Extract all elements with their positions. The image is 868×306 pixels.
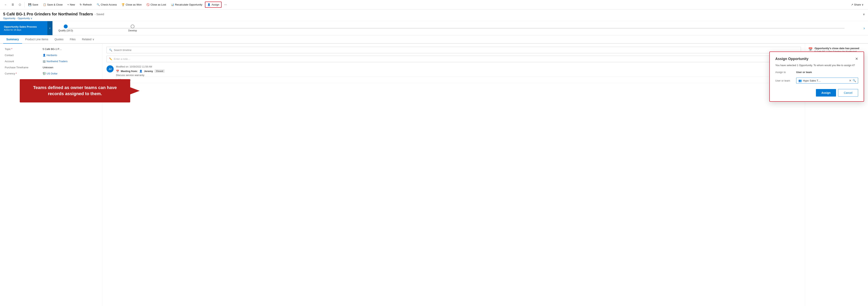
team-icon: 👥: [798, 79, 802, 82]
breadcrumb-opportunity-1[interactable]: Opportunity: [3, 17, 16, 20]
open-icon-button[interactable]: ⬡: [17, 2, 23, 7]
saved-badge: - Saved: [95, 12, 104, 16]
purchase-timeframe-label: Purchase Timeframe: [5, 66, 40, 69]
stage-nav-right[interactable]: ›: [860, 21, 868, 35]
close-icon: ✕: [855, 57, 858, 61]
breadcrumb: Opportunity · Opportunity ∨: [3, 17, 865, 20]
closed-badge: Closed: [155, 69, 165, 73]
modal-close-button[interactable]: ✕: [855, 57, 858, 61]
close-won-icon: 🏆: [122, 3, 125, 6]
form-row-account: Account 🏢 Northwind Traders: [5, 60, 98, 63]
currency-value[interactable]: 💱 US Dollar: [42, 72, 58, 75]
recalculate-button[interactable]: 📊 Recalculate Opportunity: [169, 2, 205, 7]
stage-label-develop: Develop: [128, 29, 137, 32]
timeline-title: 📅 Meeting from: 👤 Jeremy Closed 👤 📋 📝 🗑: [116, 69, 801, 73]
contact-label: Contact: [5, 54, 40, 57]
search-icon: 🔍: [109, 49, 112, 52]
page-title: 5 Café BG-1 Pro Grinders for Northwind T…: [3, 12, 93, 17]
save-button[interactable]: 💾 Save: [26, 2, 40, 7]
user-team-input[interactable]: 👥 Hypo Sales T… ✕ 🔍: [796, 78, 858, 84]
callout-text: Teams defined as owner teams can have re…: [33, 85, 117, 96]
breadcrumb-chevron[interactable]: ∨: [31, 17, 32, 20]
modal-cancel-button[interactable]: Cancel: [838, 89, 858, 96]
close-lost-button[interactable]: 🚫 Close as Lost: [145, 2, 168, 7]
more-icon: ⋯: [224, 3, 227, 6]
close-won-button[interactable]: 🏆 Close as Won: [120, 2, 144, 7]
view-more[interactable]: View more ∨: [116, 77, 801, 83]
meeting-label: Meeting from:: [121, 70, 138, 73]
note-input-container[interactable]: ✏️ Enter a note…: [106, 56, 801, 62]
search-timeline-input[interactable]: [114, 49, 798, 52]
collapse-button[interactable]: ∨: [863, 12, 865, 16]
modal-header: Assign Opportunity ✕: [775, 57, 858, 61]
tab-related[interactable]: Related ∨: [79, 35, 97, 44]
tab-quotes[interactable]: Quotes: [52, 35, 67, 44]
account-value[interactable]: 🏢 Northwind Traders: [42, 60, 67, 63]
callout-box: Teams defined as owner teams can have re…: [20, 79, 130, 103]
assign-modal: Assign Opportunity ✕ You have selected 1…: [769, 52, 864, 102]
stage-label-box: Opportunity Sales Process Active for 18 …: [0, 21, 48, 35]
related-chevron-icon: ∨: [92, 38, 94, 41]
breadcrumb-opportunity-2[interactable]: Opportunity: [18, 17, 30, 20]
main-content: Topic * 5 Café BG-1 P… Contact 👤 Heriber…: [0, 44, 868, 306]
contact-value[interactable]: 👤 Heriberto: [42, 54, 57, 57]
tab-summary[interactable]: Summary: [3, 35, 22, 44]
close-lost-icon: 🚫: [146, 3, 150, 6]
check-access-button[interactable]: 🔍 Check Access: [95, 2, 119, 7]
stage-active-days: Active for 18 days: [4, 29, 43, 31]
recalculate-icon: 📊: [171, 3, 174, 6]
timeline-content: Modified on: 10/30/2022 11:58 AM 📅 Meeti…: [116, 65, 801, 83]
stage-dot-develop: [131, 25, 134, 28]
currency-icon: 💱: [42, 72, 46, 75]
stage-bar: Opportunity Sales Process Active for 18 …: [0, 21, 868, 35]
modal-buttons: Assign Cancel: [775, 89, 858, 96]
save-close-icon: 📋: [43, 3, 46, 6]
stage-nav-left[interactable]: ‹: [48, 21, 53, 35]
refresh-button[interactable]: ↻ Refresh: [78, 2, 94, 7]
back-icon: ←: [4, 3, 7, 6]
toolbar: ← ☰ ⬡ 💾 Save 📋 Save & Close + New ↻ Refr…: [0, 0, 868, 9]
search-timeline-container[interactable]: 🔍: [106, 47, 801, 53]
stage-process-title: Opportunity Sales Process: [4, 25, 43, 28]
share-button[interactable]: ↗ Share ∨: [849, 2, 866, 7]
tab-files[interactable]: Files: [67, 35, 79, 44]
search-field-icon[interactable]: 🔍: [852, 79, 856, 82]
new-button[interactable]: + New: [65, 2, 77, 7]
open-icon: ⬡: [19, 3, 21, 6]
account-label: Account: [5, 60, 40, 63]
back-button[interactable]: ←: [2, 2, 9, 7]
calendar-icon: 📅: [116, 70, 119, 73]
avatar: JJ: [106, 65, 114, 73]
form-row-topic: Topic * 5 Café BG-1 P…: [5, 48, 98, 51]
timeline-item: JJ Modified on: 10/30/2022 11:58 AM 📅 Me…: [106, 65, 801, 83]
assign-button[interactable]: 👤 Assign: [205, 2, 221, 8]
currency-label: Currency *: [5, 72, 40, 75]
alert-calendar-icon: 📅: [808, 47, 812, 52]
assign-to-label: Assign to: [775, 71, 793, 74]
modal-description: You have selected 1 Opportunity. To whom…: [775, 64, 858, 67]
more-button[interactable]: ⋯: [222, 2, 229, 7]
person-icon: 👤: [139, 70, 143, 73]
form-row-purchase-timeframe: Purchase Timeframe Unknown: [5, 66, 98, 69]
form-row-currency: Currency * 💱 US Dollar: [5, 72, 98, 75]
stage-label-qualify: Qualify (18 D): [58, 29, 73, 32]
record-icon-button[interactable]: ☰: [10, 2, 16, 7]
callout-arrow: [130, 87, 140, 94]
user-team-label: User or team: [775, 79, 793, 82]
stage-step-qualify[interactable]: Qualify (18 D): [58, 25, 73, 32]
modal-assign-button[interactable]: Assign: [816, 89, 836, 96]
save-close-button[interactable]: 📋 Save & Close: [41, 2, 65, 7]
clear-icon[interactable]: ✕: [849, 79, 851, 82]
title-row: 5 Café BG-1 Pro Grinders for Northwind T…: [3, 12, 865, 17]
topic-value: 5 Café BG-1 P…: [42, 48, 62, 51]
stage-steps: Qualify (18 D) Develop: [53, 21, 860, 35]
stage-step-develop[interactable]: Develop: [128, 25, 137, 32]
modal-user-team-row: User or team 👥 Hypo Sales T… ✕ 🔍: [775, 78, 858, 84]
note-placeholder: Enter a note…: [114, 57, 130, 60]
modal-assign-to-row: Assign to User or team: [775, 71, 858, 74]
tab-product-line-items[interactable]: Product Line Items: [22, 35, 52, 44]
stage-dot-qualify: [64, 25, 68, 28]
form-row-contact: Contact 👤 Heriberto: [5, 54, 98, 57]
assign-to-value: User or team: [796, 71, 812, 74]
timeline-desc: Discuss service warranty: [116, 74, 801, 77]
